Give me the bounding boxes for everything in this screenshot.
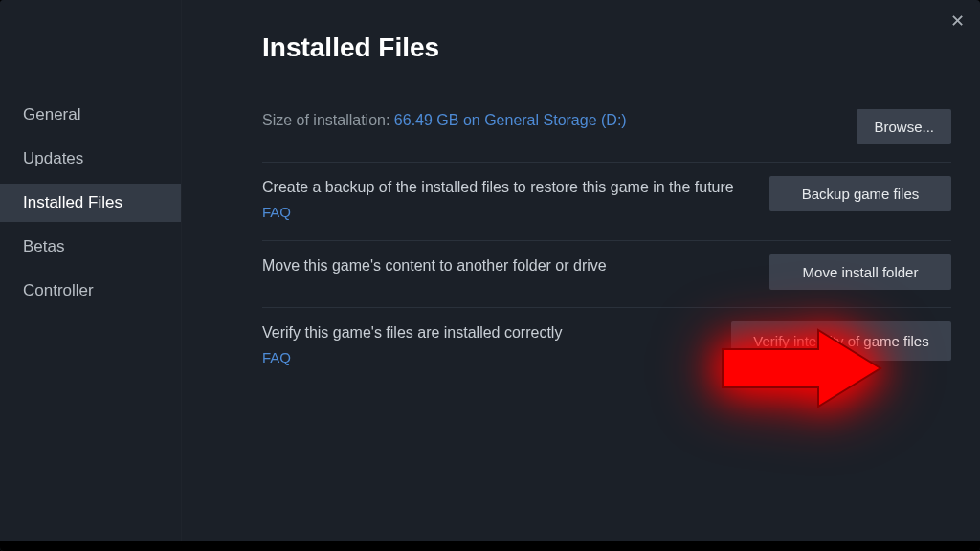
backup-faq-link[interactable]: FAQ [262, 202, 750, 223]
properties-window: ✕ General Updates Installed Files Betas … [0, 0, 980, 551]
sidebar-item-betas[interactable]: Betas [0, 228, 181, 266]
backup-row: Create a backup of the installed files t… [262, 163, 951, 241]
sidebar-item-controller[interactable]: Controller [0, 272, 181, 310]
verify-button[interactable]: Verify integrity of game files [731, 321, 951, 361]
size-value-link[interactable]: 66.49 GB on General Storage (D:) [394, 112, 627, 128]
sidebar-item-general[interactable]: General [0, 96, 181, 134]
backup-text: Create a backup of the installed files t… [262, 176, 769, 223]
move-text: Move this game's content to another fold… [262, 254, 769, 276]
move-row: Move this game's content to another fold… [262, 241, 951, 308]
size-text: Size of installation: 66.49 GB on Genera… [262, 109, 857, 131]
verify-row: Verify this game's files are installed c… [262, 308, 951, 386]
move-button[interactable]: Move install folder [769, 254, 951, 290]
size-row: Size of installation: 66.49 GB on Genera… [262, 96, 951, 163]
size-label: Size of installation: [262, 112, 390, 128]
sidebar-item-label: Controller [23, 281, 94, 299]
sidebar-item-label: General [23, 105, 80, 123]
backup-button[interactable]: Backup game files [769, 176, 951, 211]
main-panel: Installed Files Size of installation: 66… [182, 0, 980, 551]
sidebar-item-label: Betas [23, 237, 64, 255]
move-description: Move this game's content to another fold… [262, 257, 607, 274]
sidebar-item-updates[interactable]: Updates [0, 140, 181, 178]
backup-description: Create a backup of the installed files t… [262, 179, 734, 195]
sidebar-item-label: Installed Files [23, 193, 122, 211]
verify-text: Verify this game's files are installed c… [262, 321, 731, 368]
sidebar-item-label: Updates [23, 149, 83, 167]
verify-description: Verify this game's files are installed c… [262, 324, 562, 341]
sidebar-item-installed-files[interactable]: Installed Files [0, 184, 181, 222]
sidebar: General Updates Installed Files Betas Co… [0, 0, 182, 551]
browse-button[interactable]: Browse... [857, 109, 951, 144]
page-title: Installed Files [262, 33, 951, 63]
verify-faq-link[interactable]: FAQ [262, 347, 712, 368]
